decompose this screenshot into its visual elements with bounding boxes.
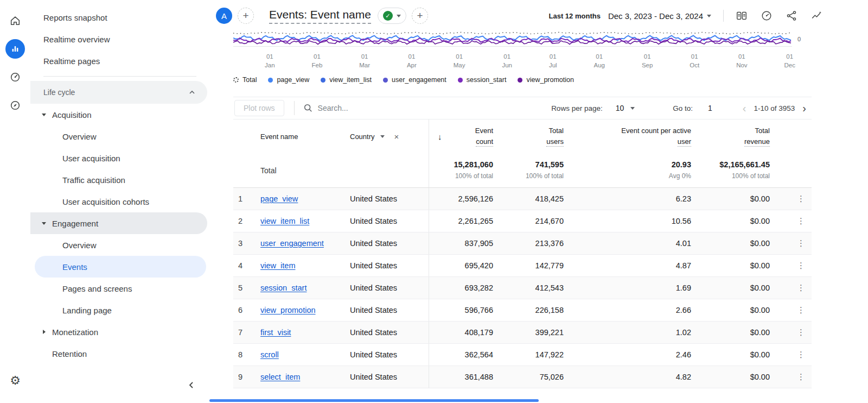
rows-per-page-select[interactable]: 10	[616, 104, 635, 112]
sidebar-group-label: Monetization	[52, 328, 98, 337]
row-menu-cell: ⋮	[773, 277, 812, 299]
home-icon[interactable]	[5, 11, 25, 30]
sidebar-item-overview[interactable]: Overview	[30, 125, 209, 147]
event-link[interactable]: first_visit	[260, 328, 291, 337]
tick-month: Jul	[549, 61, 557, 70]
event-link[interactable]: session_start	[260, 284, 307, 292]
add-comparison-button[interactable]: +	[238, 8, 254, 24]
total-users-cell: 418,425	[496, 188, 567, 210]
event-link[interactable]: page_view	[260, 194, 298, 203]
comparisons-icon[interactable]	[736, 10, 748, 22]
page-title[interactable]: Events: Event name	[269, 8, 371, 24]
event-link[interactable]: select_item	[260, 373, 300, 381]
sidebar: Reports snapshotRealtime overviewRealtim…	[30, 0, 209, 403]
row-menu-icon[interactable]: ⋮	[797, 350, 805, 360]
event-name-cell: view_promotion	[260, 299, 350, 321]
sidebar-group-engagement[interactable]: Engagement	[30, 212, 207, 234]
goto-page-input[interactable]: 1	[708, 104, 712, 112]
explore-icon[interactable]	[5, 96, 25, 115]
row-menu-icon[interactable]: ⋮	[797, 238, 805, 248]
caret-down-icon	[397, 15, 401, 17]
col-event-count[interactable]: ↓ Event count	[429, 119, 496, 153]
col-event-name[interactable]: Event name	[260, 119, 350, 153]
sidebar-item-overview[interactable]: Overview	[30, 234, 209, 256]
legend-item-view-promotion[interactable]: view_promotion	[518, 76, 574, 84]
table-row: 3user_engagementUnited States837,905213,…	[233, 232, 812, 255]
insights-icon[interactable]	[810, 10, 822, 22]
event-count-cell: 408,179	[429, 322, 496, 343]
plus-icon: +	[417, 10, 423, 22]
plot-rows-button[interactable]: Plot rows	[234, 100, 284, 116]
bottom-scroll-indicator[interactable]	[209, 399, 539, 402]
col-country[interactable]: Country ×	[350, 119, 429, 153]
col-event-count-per-user[interactable]: Event count per active user	[567, 119, 694, 153]
timeseries-chart	[233, 32, 792, 48]
tick-day: 01	[784, 52, 795, 61]
row-menu-icon[interactable]: ⋮	[797, 328, 805, 337]
row-menu-icon[interactable]: ⋮	[797, 194, 805, 204]
row-menu-icon[interactable]: ⋮	[797, 372, 805, 382]
caret-down-icon[interactable]	[380, 135, 385, 138]
legend-swatch	[383, 78, 388, 83]
col-total-revenue[interactable]: Total revenue	[694, 119, 773, 153]
events-table: Plot rows Rows per page: 10 Go to: 1 ‹ 1…	[233, 97, 812, 401]
sidebar-item-user-acquisition[interactable]: User acquisition	[30, 147, 209, 169]
event-name-cell: scroll	[260, 344, 350, 366]
advertising-icon[interactable]	[5, 67, 25, 87]
totals-country	[350, 153, 429, 187]
legend-item-total[interactable]: Total	[233, 76, 257, 84]
row-menu-icon[interactable]: ⋮	[797, 305, 805, 315]
sidebar-item-traffic-acquisition[interactable]: Traffic acquisition	[30, 169, 209, 191]
remove-country-icon[interactable]: ×	[394, 132, 399, 141]
search-input[interactable]	[318, 104, 437, 112]
admin-gear-icon[interactable]: ⚙	[10, 374, 21, 388]
triangle	[42, 114, 46, 116]
report-status-pill[interactable]: ✓	[378, 8, 406, 24]
row-menu-icon[interactable]: ⋮	[797, 261, 805, 270]
event-link[interactable]: view_item_list	[260, 217, 309, 225]
legend-swatch	[458, 78, 463, 83]
add-report-tab-button[interactable]: +	[412, 8, 428, 24]
event-link[interactable]: user_engagement	[260, 239, 324, 248]
event-link[interactable]: scroll	[260, 350, 279, 359]
sidebar-item-events[interactable]: Events	[35, 256, 206, 278]
sort-desc-icon[interactable]: ↓	[429, 132, 442, 141]
legend-item-user-engagement[interactable]: user_engagement	[383, 76, 446, 84]
legend-item-page-view[interactable]: page_view	[268, 76, 309, 84]
app-root: ⚙ Reports snapshotRealtime overviewRealt…	[0, 0, 868, 403]
legend-item-session-start[interactable]: session_start	[458, 76, 507, 84]
legend-label: Total	[242, 76, 257, 84]
event-link[interactable]: view_item	[260, 261, 295, 270]
sidebar-item-landing-page[interactable]: Landing page	[30, 299, 209, 321]
sidebar-item-realtime-overview[interactable]: Realtime overview	[30, 28, 209, 50]
sidebar-item-user-acquisition-cohorts[interactable]: User acquisition cohorts	[30, 191, 209, 212]
sidebar-group-retention[interactable]: Retention	[30, 343, 209, 364]
sidebar-item-reports-snapshot[interactable]: Reports snapshot	[30, 7, 209, 28]
col-total-users[interactable]: Total users	[496, 119, 567, 153]
event-link[interactable]: view_promotion	[260, 306, 316, 314]
sidebar-item-pages-and-screens[interactable]: Pages and screens	[30, 278, 209, 299]
count-per-user-cell: 10.56	[567, 210, 694, 232]
sidebar-group-acquisition[interactable]: Acquisition	[30, 104, 209, 125]
reports-icon[interactable]	[5, 39, 25, 59]
sidebar-item-realtime-pages[interactable]: Realtime pages	[30, 50, 209, 72]
legend-item-view-item-list[interactable]: view_item_list	[321, 76, 372, 84]
row-menu-icon[interactable]: ⋮	[797, 216, 805, 226]
next-page-icon[interactable]: ›	[802, 102, 806, 115]
count-per-user-cell: 1.02	[567, 322, 694, 343]
prev-page-icon[interactable]: ‹	[743, 102, 746, 115]
tick-month: May	[454, 61, 465, 70]
country-cell: United States	[350, 255, 429, 276]
country-cell: United States	[350, 277, 429, 299]
row-menu-icon[interactable]: ⋮	[797, 283, 805, 293]
sidebar-section-life-cycle[interactable]: Life cycle	[30, 81, 207, 104]
row-menu-cell: ⋮	[773, 322, 812, 343]
performance-icon[interactable]	[761, 10, 773, 22]
revenue-cell: $0.00	[694, 232, 773, 254]
share-icon[interactable]	[786, 10, 797, 22]
legend-label: view_item_list	[329, 76, 372, 84]
sidebar-group-monetization[interactable]: Monetization	[30, 321, 209, 343]
avatar[interactable]: A	[216, 8, 232, 24]
date-range-picker[interactable]: Dec 3, 2023 - Dec 3, 2024	[608, 11, 711, 21]
collapse-sidebar-button[interactable]	[188, 381, 196, 391]
